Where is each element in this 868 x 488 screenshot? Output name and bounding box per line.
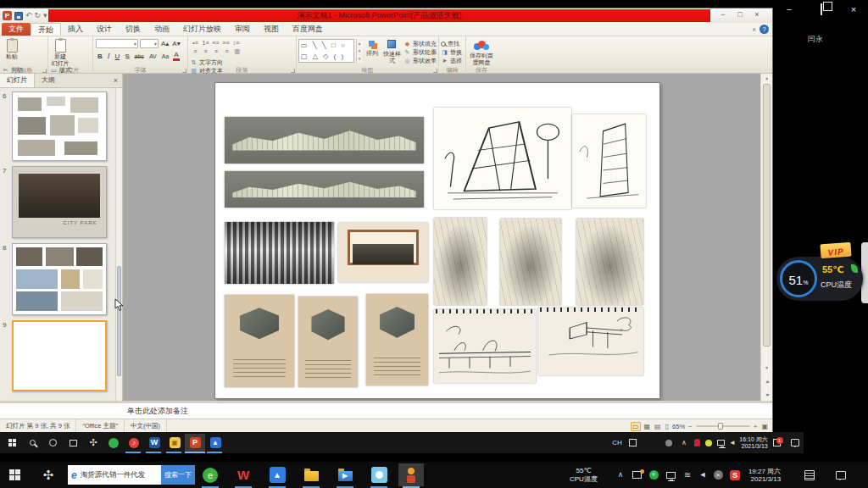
remote-green-app-icon[interactable] — [103, 434, 124, 452]
host-cpu-temp-readout[interactable]: 55℃CPU温度 — [570, 467, 598, 484]
font-family-select[interactable] — [96, 39, 138, 48]
ppt-minimize-button[interactable]: − — [715, 9, 732, 20]
fit-to-window-button[interactable]: ▣ — [760, 423, 769, 430]
zoom-out-button[interactable]: − — [687, 423, 693, 430]
slide-thumbnail-7[interactable]: CITY PARK — [12, 166, 107, 238]
host-tray-badge-icon[interactable] — [629, 463, 644, 486]
viewer-close-button[interactable]: × — [844, 3, 863, 15]
font-size-select[interactable] — [140, 39, 159, 48]
remote-powerpoint-icon[interactable]: P — [185, 434, 205, 452]
photo-pen-sketch-building[interactable] — [434, 108, 571, 209]
editing-canvas[interactable] — [123, 74, 760, 401]
next-slide-button[interactable]: ▾▾ — [761, 391, 772, 399]
scrollbar-thumb[interactable] — [763, 84, 771, 347]
photo-spiral-sketch-bridge[interactable] — [434, 309, 536, 383]
arrange-button[interactable]: 排列 — [364, 38, 381, 64]
quick-styles-button[interactable]: 快速样式 — [382, 38, 402, 64]
photo-spiral-sketch-pavilion[interactable] — [538, 308, 643, 375]
view-sorter-button[interactable]: ▦ — [643, 423, 652, 430]
host-remote-desktop-app-icon[interactable] — [398, 463, 424, 486]
remote-blue-app-icon[interactable]: ▲ — [205, 434, 225, 452]
zoom-slider[interactable] — [696, 425, 750, 427]
tab-home[interactable]: 开始 — [31, 23, 61, 36]
slide-canvas[interactable] — [215, 83, 659, 398]
tab-slideshow[interactable]: 幻灯片放映 — [176, 23, 228, 36]
remote-task-view-icon[interactable] — [63, 434, 83, 452]
cpu-temperature-widget[interactable]: VIP 51% 55℃ CPU温度 — [776, 257, 863, 301]
panel-tab-outline[interactable]: 大纲 — [35, 74, 62, 87]
remote-fan-app-icon[interactable]: ✣ — [83, 434, 103, 452]
photo-street-sketch-2[interactable] — [500, 219, 561, 305]
slide-thumbnail-6[interactable] — [12, 92, 107, 161]
panel-scrollbar[interactable] — [115, 88, 122, 401]
remote-tray-monitor-icon[interactable] — [715, 434, 726, 452]
photo-street-sketch-3[interactable] — [576, 219, 643, 305]
tab-review[interactable]: 审阅 — [228, 23, 257, 36]
viewer-restore-button[interactable] — [812, 3, 831, 15]
save-icon[interactable] — [14, 12, 23, 20]
host-video-folder-icon[interactable]: ▶ — [332, 463, 358, 486]
remote-action-center-icon[interactable] — [788, 434, 802, 452]
qat-caret-icon[interactable]: ▾ — [43, 10, 47, 21]
photo-street-sketch-1[interactable] — [434, 218, 487, 305]
photo-pen-sketch-tower[interactable] — [572, 114, 646, 208]
host-ime-panel-icon[interactable] — [801, 463, 818, 486]
host-fan-app-icon[interactable]: ✣ — [36, 463, 61, 486]
host-wps-icon[interactable]: W — [231, 463, 256, 486]
text-direction-button[interactable]: ⇅文字方向 — [190, 59, 242, 66]
remote-tray-dot-icon[interactable] — [703, 434, 715, 452]
host-tray-wifi-icon[interactable]: ≋ — [680, 463, 695, 486]
font-dialog-launcher[interactable] — [182, 69, 186, 73]
shape-outline-button[interactable]: ✎形状轮廓 — [403, 49, 437, 56]
photo-sketchbook-page-1[interactable] — [225, 295, 294, 387]
redo-icon[interactable]: ↻ — [35, 10, 42, 21]
previous-slide-button[interactable]: ▴▴ — [761, 377, 772, 385]
ribbon-collapse-icon[interactable]: ∧ — [752, 26, 756, 33]
host-clock[interactable]: 19:27 周六2021/3/13 — [744, 463, 785, 486]
increase-indent-icon[interactable]: »≡ — [222, 40, 230, 46]
shapes-gallery[interactable]: ▭ ╲ ╲ □ ○ ▢ △ ◇ ( ) ☆ — [298, 39, 354, 63]
tab-view[interactable]: 视图 — [257, 23, 286, 36]
photo-sketchbook-page-2[interactable] — [298, 297, 358, 387]
scroll-up-icon[interactable]: ▴ — [761, 74, 772, 82]
undo-icon[interactable]: ↶ — [25, 10, 32, 21]
remote-search-icon[interactable] — [22, 434, 42, 452]
host-tray-speaker-icon[interactable]: ◄ — [695, 463, 710, 486]
panel-scrollbar-thumb[interactable] — [117, 266, 121, 376]
photo-elevation-sketch-1[interactable] — [225, 117, 424, 164]
remote-tray-app-icon[interactable] — [663, 434, 675, 452]
ppt-titlebar[interactable]: P ↶ ↻ ▾ 演示文稿1 - Microsoft PowerPoint(产品激… — [0, 8, 772, 23]
host-file-explorer-icon[interactable] — [298, 463, 324, 486]
search-go-button[interactable]: 搜索一下 — [161, 465, 195, 485]
change-case-button[interactable]: Aa — [161, 52, 170, 61]
drawing-dialog-launcher[interactable] — [433, 69, 437, 73]
justify-icon[interactable]: ≡ — [223, 48, 230, 55]
find-button[interactable]: 查找 — [441, 41, 462, 47]
columns-icon[interactable]: ▥ — [234, 48, 241, 55]
save-to-netdisk-button[interactable]: 保存到百度网盘 — [468, 41, 495, 66]
vip-badge[interactable]: VIP — [820, 242, 851, 258]
align-left-icon[interactable]: ≡ — [192, 48, 198, 55]
shape-effects-button[interactable]: ◎形状效果 — [403, 58, 437, 64]
tab-transitions[interactable]: 切换 — [119, 23, 147, 36]
remote-ime-indicator[interactable]: CH — [609, 434, 626, 452]
remote-notification-icon[interactable]: 1 — [770, 434, 783, 452]
remote-folder-app-icon[interactable]: ▣ — [164, 434, 185, 452]
ppt-close-button[interactable]: × — [748, 9, 765, 20]
clipboard-dialog-launcher[interactable] — [42, 69, 47, 73]
photo-sketchbook-page-3[interactable] — [366, 294, 428, 385]
panel-close-icon[interactable]: × — [109, 74, 122, 87]
host-mountain-app-icon[interactable]: ▲ — [264, 463, 290, 486]
remote-music-app-icon[interactable]: ♪ — [124, 434, 144, 452]
host-start-button[interactable] — [2, 463, 27, 486]
remote-start-button[interactable] — [2, 434, 22, 452]
vertical-scrollbar[interactable]: ▴ ▾ ▴▴ ▾▾ — [760, 74, 772, 401]
photo-louver-facade[interactable] — [225, 222, 334, 284]
viewer-minimize-button[interactable]: − — [780, 3, 798, 15]
host-green-browser-icon[interactable]: e — [198, 463, 223, 486]
zoom-in-button[interactable]: + — [753, 423, 759, 430]
host-tray-gpu-icon[interactable] — [663, 463, 678, 486]
new-slide-button[interactable]: 新建幻灯片 — [50, 38, 70, 65]
grow-font-button[interactable]: A▴ — [160, 39, 170, 48]
decrease-indent-icon[interactable]: «≡ — [212, 40, 220, 46]
